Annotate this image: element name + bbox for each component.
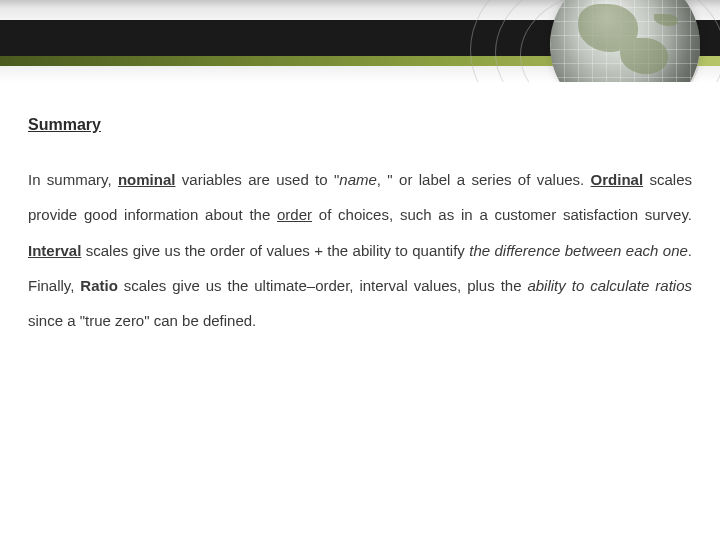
term-ordinal: Ordinal	[591, 171, 644, 188]
emph-ability: ability to calculate ratios	[527, 277, 692, 294]
term-ratio: Ratio	[80, 277, 118, 294]
text: scales give us the order of values + the…	[81, 242, 469, 259]
text: variables are used to "	[175, 171, 339, 188]
section-heading: Summary	[28, 116, 692, 134]
text: of choices, such as in a customer satisf…	[312, 206, 692, 223]
emph-difference: the difference between each one	[469, 242, 688, 259]
term-nominal: nominal	[118, 171, 176, 188]
emph-name: name	[339, 171, 377, 188]
text: In summary,	[28, 171, 118, 188]
globe-icon	[550, 0, 700, 82]
term-interval: Interval	[28, 242, 81, 259]
text: , " or label a series of values.	[377, 171, 591, 188]
text: since a "true zero" can be defined.	[28, 312, 256, 329]
summary-paragraph: In summary, nominal variables are used t…	[28, 162, 692, 338]
slide-header-band	[0, 0, 720, 82]
text: scales give us the ultimate–order, inter…	[118, 277, 528, 294]
emph-order: order	[277, 206, 312, 223]
slide-content: Summary In summary, nominal variables ar…	[0, 82, 720, 338]
